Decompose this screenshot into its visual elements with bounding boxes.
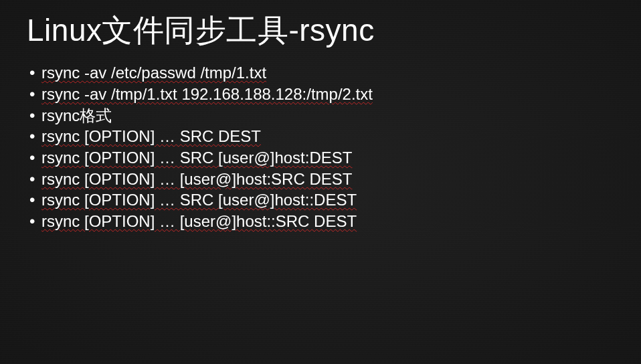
bullet-text: rsync [OPTION] … SRC DEST [41, 127, 261, 145]
list-item: rsync [OPTION] … [user@]host::SRC DEST [29, 211, 614, 232]
slide-title: Linux文件同步工具-rsync [27, 12, 614, 49]
bullet-text: rsync -av /etc/passwd /tmp/1.txt [41, 64, 266, 82]
bullet-text: rsync [OPTION] … SRC [user@]host::DEST [41, 191, 357, 209]
list-item: rsync -av /tmp/1.txt 192.168.188.128:/tm… [29, 84, 614, 105]
bullet-text: rsync格式 [41, 106, 112, 124]
list-item: rsync [OPTION] … SRC [user@]host::DEST [29, 189, 614, 211]
list-item: rsync [OPTION] … [user@]host:SRC DEST [29, 169, 614, 190]
bullet-list: rsync -av /etc/passwd /tmp/1.txt rsync -… [27, 62, 614, 232]
list-item: rsync格式 [29, 105, 614, 126]
bullet-text: rsync [OPTION] … SRC [user@]host:DEST [41, 149, 352, 167]
list-item: rsync [OPTION] … SRC DEST [29, 126, 614, 147]
bullet-text: rsync [OPTION] … [user@]host::SRC DEST [41, 212, 357, 230]
bullet-text: rsync [OPTION] … [user@]host:SRC DEST [41, 170, 352, 188]
list-item: rsync -av /etc/passwd /tmp/1.txt [29, 62, 614, 84]
slide: Linux文件同步工具-rsync rsync -av /etc/passwd … [0, 0, 641, 364]
bullet-text: rsync -av /tmp/1.txt 192.168.188.128:/tm… [41, 85, 373, 103]
list-item: rsync [OPTION] … SRC [user@]host:DEST [29, 147, 614, 169]
